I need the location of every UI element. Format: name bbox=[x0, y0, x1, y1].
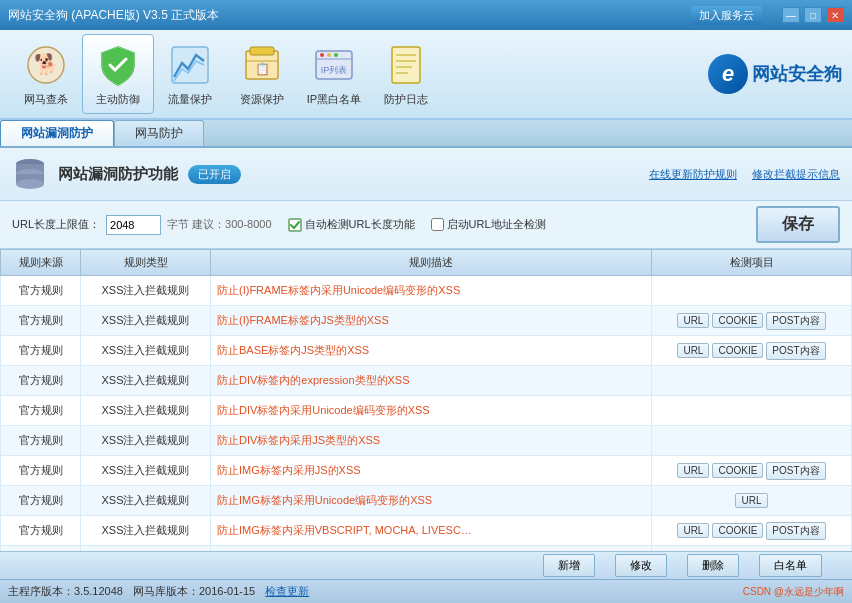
feature-title: 网站漏洞防护功能 bbox=[58, 165, 178, 184]
check-badge[interactable]: URL bbox=[677, 523, 709, 538]
modify-block-link[interactable]: 修改拦截提示信息 bbox=[752, 167, 840, 182]
cell-checks: URLCOOKIEPOST内容 bbox=[652, 336, 852, 366]
check-badge[interactable]: COOKIE bbox=[712, 523, 763, 538]
cell-type[interactable]: XSS注入拦截规则 bbox=[81, 456, 211, 486]
cell-desc[interactable]: 防止DIV标签内采用Unicode编码变形的XSS bbox=[211, 396, 652, 426]
cell-source: 官方规则 bbox=[1, 426, 81, 456]
check-badge[interactable]: POST内容 bbox=[766, 462, 825, 480]
cell-type[interactable]: XSS注入拦截规则 bbox=[81, 426, 211, 456]
cell-checks: URLCOOKIEPOST内容 bbox=[652, 306, 852, 336]
status-badge[interactable]: 已开启 bbox=[188, 165, 241, 184]
cell-desc[interactable]: 防止IMG标签内采用VBSCRIPT, MOCHA, LIVESC… bbox=[211, 516, 652, 546]
cell-desc[interactable]: 防止IMG标签内采用Unicode编码变形的XSS bbox=[211, 486, 652, 516]
cell-checks bbox=[652, 396, 852, 426]
feature-header: 网站漏洞防护功能 已开启 在线更新防护规则 修改拦截提示信息 bbox=[0, 148, 852, 201]
table-row: 官方规则XSS注入拦截规则防止DIV标签内的expression类型的XSS bbox=[1, 366, 852, 396]
watermark: CSDN @永远是少年啊 bbox=[743, 585, 844, 599]
toolbar: 🐕 网马查杀 主动防御 流量保护 bbox=[0, 30, 852, 120]
cell-source: 官方规则 bbox=[1, 306, 81, 336]
feature-links: 在线更新防护规则 修改拦截提示信息 bbox=[649, 167, 840, 182]
check-badge[interactable]: COOKIE bbox=[712, 313, 763, 328]
add-cloud-button[interactable]: 加入服务云 bbox=[691, 6, 762, 25]
cell-checks: URLCOOKIEPOST内容 bbox=[652, 516, 852, 546]
update-rules-link[interactable]: 在线更新防护规则 bbox=[649, 167, 737, 182]
edit-button[interactable]: 修改 bbox=[615, 554, 667, 577]
maximize-button[interactable]: □ bbox=[804, 7, 822, 23]
check-icon bbox=[288, 218, 302, 232]
col-desc: 规则描述 bbox=[211, 250, 652, 276]
toolbar-item-log[interactable]: 防护日志 bbox=[370, 34, 442, 114]
cell-type[interactable]: XSS注入拦截规则 bbox=[81, 276, 211, 306]
cell-source: 官方规则 bbox=[1, 366, 81, 396]
cell-source: 官方规则 bbox=[1, 456, 81, 486]
whitelist-button[interactable]: 白名单 bbox=[759, 554, 822, 577]
col-type: 规则类型 bbox=[81, 250, 211, 276]
cell-type[interactable]: XSS注入拦截规则 bbox=[81, 486, 211, 516]
ip-label: IP黑白名单 bbox=[307, 92, 361, 107]
check-badge[interactable]: POST内容 bbox=[766, 522, 825, 540]
cell-source: 官方规则 bbox=[1, 336, 81, 366]
table-row: 官方规则XSS注入拦截规则防止DIV标签内采用JS类型的XSS bbox=[1, 426, 852, 456]
save-button[interactable]: 保存 bbox=[756, 206, 840, 243]
cell-checks: URL bbox=[652, 486, 852, 516]
url-limit-row: URL长度上限值： 字节 建议：300-8000 自动检测URL长度功能 启动U… bbox=[0, 201, 852, 249]
delete-button[interactable]: 删除 bbox=[687, 554, 739, 577]
svg-text:🐕: 🐕 bbox=[34, 52, 59, 76]
check-badge[interactable]: COOKIE bbox=[712, 343, 763, 358]
cell-desc[interactable]: 防止(I)FRAME标签内JS类型的XSS bbox=[211, 306, 652, 336]
rules-table: 规则来源 规则类型 规则描述 检测项目 官方规则XSS注入拦截规则防止(I)FR… bbox=[0, 249, 852, 551]
resource-label: 资源保护 bbox=[240, 92, 284, 107]
cell-desc[interactable]: 防止IMG标签内采用JS的XSS bbox=[211, 456, 652, 486]
svg-point-10 bbox=[327, 53, 331, 57]
check-badge[interactable]: COOKIE bbox=[712, 463, 763, 478]
svg-point-11 bbox=[334, 53, 338, 57]
check-badge[interactable]: POST内容 bbox=[766, 312, 825, 330]
check-badge[interactable]: URL bbox=[735, 493, 767, 508]
tab-vulnerability[interactable]: 网站漏洞防护 bbox=[0, 120, 114, 146]
toolbar-item-resource[interactable]: 📋 资源保护 bbox=[226, 34, 298, 114]
cell-type[interactable]: XSS注入拦截规则 bbox=[81, 366, 211, 396]
toolbar-item-antivirus[interactable]: 🐕 网马查杀 bbox=[10, 34, 82, 114]
resource-icon: 📋 bbox=[239, 42, 285, 88]
cell-type[interactable]: XSS注入拦截规则 bbox=[81, 396, 211, 426]
cell-source: 官方规则 bbox=[1, 516, 81, 546]
check-badge[interactable]: URL bbox=[677, 463, 709, 478]
full-check-checkbox[interactable] bbox=[431, 218, 444, 231]
toolbar-item-ip[interactable]: IP列表 IP黑白名单 bbox=[298, 34, 370, 114]
cell-desc[interactable]: 防止BASE标签内JS类型的XSS bbox=[211, 336, 652, 366]
full-check-label: 启动URL地址全检测 bbox=[447, 217, 546, 232]
toolbar-item-shield[interactable]: 主动防御 bbox=[82, 34, 154, 114]
cell-type[interactable]: XSS注入拦截规则 bbox=[81, 516, 211, 546]
check-update-link[interactable]: 检查更新 bbox=[265, 584, 309, 599]
svg-text:📋: 📋 bbox=[255, 61, 270, 76]
svg-rect-4 bbox=[250, 47, 274, 55]
close-button[interactable]: ✕ bbox=[826, 7, 844, 23]
check-badge[interactable]: POST内容 bbox=[766, 342, 825, 360]
cell-type[interactable]: XSS注入拦截规则 bbox=[81, 336, 211, 366]
statusbar: 主程序版本：3.5.12048 网马库版本：2016-01-15 检查更新 CS… bbox=[0, 579, 852, 603]
check-badge[interactable]: URL bbox=[677, 313, 709, 328]
table-row: 官方规则XSS注入拦截规则防止(I)FRAME标签内采用Unicode编码变形的… bbox=[1, 276, 852, 306]
table-row: 官方规则XSS注入拦截规则防止BASE标签内JS类型的XSSURLCOOKIEP… bbox=[1, 336, 852, 366]
url-hint: 字节 建议：300-8000 bbox=[167, 217, 272, 232]
cell-checks: URLCOOKIEPOST内容 bbox=[652, 456, 852, 486]
cell-checks bbox=[652, 276, 852, 306]
svg-text:IP列表: IP列表 bbox=[321, 65, 348, 75]
tab-webshell[interactable]: 网马防护 bbox=[114, 120, 204, 146]
toolbar-item-flow[interactable]: 流量保护 bbox=[154, 34, 226, 114]
log-label: 防护日志 bbox=[384, 92, 428, 107]
antivirus-label: 网马查杀 bbox=[24, 92, 68, 107]
minimize-button[interactable]: — bbox=[782, 7, 800, 23]
url-limit-input[interactable] bbox=[106, 215, 161, 235]
cell-desc[interactable]: 防止DIV标签内的expression类型的XSS bbox=[211, 366, 652, 396]
check-badge[interactable]: URL bbox=[677, 343, 709, 358]
svg-point-9 bbox=[320, 53, 324, 57]
cell-desc[interactable]: 防止(I)FRAME标签内采用Unicode编码变形的XSS bbox=[211, 276, 652, 306]
shield-label: 主动防御 bbox=[96, 92, 140, 107]
cell-desc[interactable]: 防止DIV标签内采用JS类型的XSS bbox=[211, 426, 652, 456]
add-button[interactable]: 新增 bbox=[543, 554, 595, 577]
cell-type[interactable]: XSS注入拦截规则 bbox=[81, 306, 211, 336]
flow-icon bbox=[167, 42, 213, 88]
table-row: 官方规则XSS注入拦截规则防止(I)FRAME标签内JS类型的XSSURLCOO… bbox=[1, 306, 852, 336]
logo-text: 网站安全狗 bbox=[752, 62, 842, 86]
